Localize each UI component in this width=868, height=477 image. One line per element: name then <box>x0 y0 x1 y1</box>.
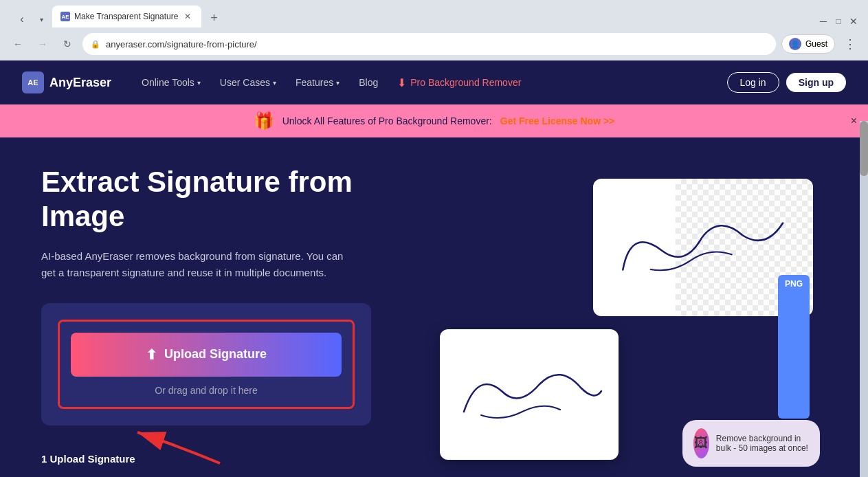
new-tab-button[interactable]: + <box>204 8 223 27</box>
tab-history-back[interactable]: ‹ <box>14 11 30 27</box>
signature-card-original <box>440 329 619 460</box>
more-options-button[interactable]: ⋮ <box>841 34 860 54</box>
site-logo[interactable]: AE AnyEraser <box>22 71 111 93</box>
nav-user-cases[interactable]: User Cases ▾ <box>212 71 285 93</box>
forward-button[interactable]: → <box>33 34 52 54</box>
nav-features[interactable]: Features ▾ <box>287 71 348 93</box>
close-window-button[interactable]: ✕ <box>847 15 860 27</box>
user-cases-chevron: ▾ <box>273 79 276 87</box>
browser-chrome: ‹ ▾ AE Make Transparent Signature ✕ + ─ … <box>0 0 868 60</box>
browser-toolbar: ← → ↻ 🔒 anyeraser.com/signature-from-pic… <box>0 27 868 60</box>
maximize-button[interactable]: □ <box>832 15 845 27</box>
logo-icon: AE <box>22 71 44 93</box>
nav-pro-remover[interactable]: ⬇ Pro Background Remover <box>389 71 529 95</box>
url-text: anyeraser.com/signature-from-picture/ <box>106 39 257 49</box>
profile-avatar: 👤 <box>789 38 801 50</box>
scrollbar-thumb[interactable] <box>860 121 868 176</box>
step-label: 1 Upload Signature <box>41 453 135 465</box>
reload-button[interactable]: ↻ <box>58 34 77 54</box>
upload-btn-label: Upload Signature <box>164 347 267 362</box>
site-nav: AE AnyEraser Online Tools ▾ User Cases ▾… <box>0 60 868 104</box>
website-content: AE AnyEraser Online Tools ▾ User Cases ▾… <box>0 60 868 477</box>
nav-online-tools[interactable]: Online Tools ▾ <box>133 71 209 93</box>
upload-icon: ⬆ <box>146 346 157 363</box>
logo-text: AnyEraser <box>49 76 111 90</box>
banner-cta[interactable]: Get Free License Now >> <box>500 115 615 126</box>
scrollbar[interactable] <box>860 121 868 477</box>
upload-box: ⬆ Upload Signature Or drag and drop it h… <box>41 303 371 425</box>
hero-left: Extract Signature from Image AI-based An… <box>41 165 426 474</box>
profile-label: Guest <box>805 39 827 49</box>
signup-button[interactable]: Sign up <box>786 73 846 92</box>
red-arrow <box>124 425 234 467</box>
tab-bar: ‹ ▾ AE Make Transparent Signature ✕ + ─ … <box>14 3 860 27</box>
bulk-icon: 🖼 <box>693 428 709 458</box>
hero-right: PNG 🖼 Remove background in bulk - 50 ima… <box>426 165 827 474</box>
pro-remover-icon: ⬇ <box>397 76 406 89</box>
banner-text: Unlock All Features of Pro Background Re… <box>282 115 492 126</box>
url-bar[interactable]: 🔒 anyeraser.com/signature-from-picture/ <box>82 33 776 55</box>
hero-section: Extract Signature from Image AI-based An… <box>0 137 868 477</box>
gift-icon: 🎁 <box>254 111 274 131</box>
bulk-removal-widget[interactable]: 🖼 Remove background in bulk - 50 images … <box>682 420 820 467</box>
login-button[interactable]: Log in <box>727 72 779 93</box>
banner-close-button[interactable]: × <box>851 115 857 127</box>
minimize-button[interactable]: ─ <box>817 15 830 27</box>
png-badge: PNG <box>778 275 810 419</box>
promo-banner: 🎁 Unlock All Features of Pro Background … <box>0 104 868 137</box>
features-chevron: ▾ <box>336 79 340 87</box>
nav-auth: Log in Sign up <box>727 72 846 93</box>
browser-titlebar: ‹ ▾ AE Make Transparent Signature ✕ + ─ … <box>0 0 868 27</box>
hero-title: Extract Signature from Image <box>41 165 426 234</box>
signature-svg-front <box>454 353 605 436</box>
tab-close-button[interactable]: ✕ <box>182 11 193 22</box>
tab-favicon: AE <box>60 12 70 21</box>
active-tab[interactable]: AE Make Transparent Signature ✕ <box>52 5 201 27</box>
browser-window: ‹ ▾ AE Make Transparent Signature ✕ + ─ … <box>0 0 868 477</box>
back-button[interactable]: ← <box>8 34 27 54</box>
tab-title: Make Transparent Signature <box>74 12 178 21</box>
nav-blog[interactable]: Blog <box>350 71 386 93</box>
url-lock-icon: 🔒 <box>91 40 100 49</box>
upload-signature-button[interactable]: ⬆ Upload Signature <box>71 333 342 377</box>
online-tools-chevron: ▾ <box>197 79 201 87</box>
nav-links: Online Tools ▾ User Cases ▾ Features ▾ B… <box>133 71 726 95</box>
hero-description: AI-based AnyEraser removes background fr… <box>41 248 357 281</box>
bulk-text: Remove background in bulk - 50 images at… <box>716 434 809 453</box>
drag-drop-text: Or drag and drop it here <box>71 385 342 396</box>
tab-list-btn[interactable]: ▾ <box>33 11 49 27</box>
upload-box-inner: ⬆ Upload Signature Or drag and drop it h… <box>58 320 355 409</box>
profile-button[interactable]: 👤 Guest <box>781 34 835 54</box>
